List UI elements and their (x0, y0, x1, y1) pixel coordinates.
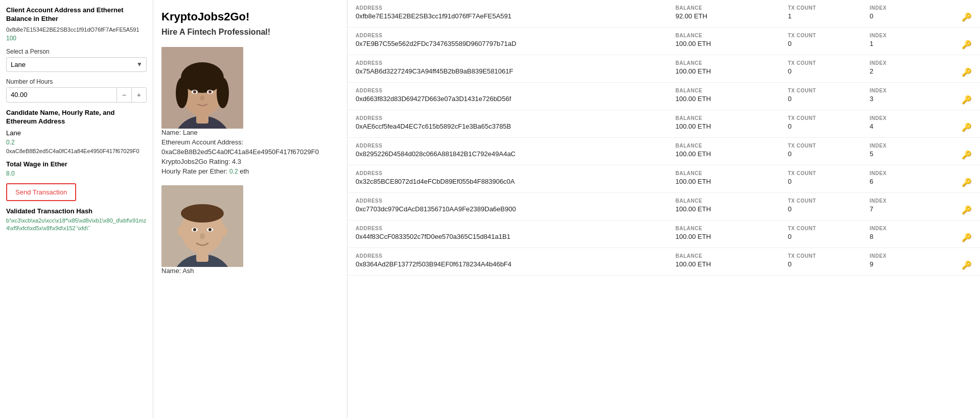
account-balance-col: BALANCE 100.00 ETH (675, 226, 788, 240)
hours-value: 40.00 (7, 88, 116, 102)
candidate-address-display: 0xaC8eB8B2ed5C4a0fC41a84Ee4950F417f67029… (6, 148, 147, 154)
account-txcount-col: TX COUNT 0 (788, 115, 870, 130)
client-address: 0xfb8e7E1534E2BE2SB3cc1f91dO76fF7AeFE5A5… (6, 27, 147, 33)
candidate-rate-display: 0.2 (6, 139, 147, 146)
account-txcount-col: TX COUNT 0 (788, 226, 870, 240)
svg-point-23 (200, 233, 205, 239)
candidate-hourly-rate-lane: Hourly Rate per Ether: 0.2 eth (161, 167, 339, 175)
account-balance-col: BALANCE 100.00 ETH (675, 33, 788, 47)
account-balance-col: BALANCE 100.00 ETH (675, 253, 788, 268)
account-index-col: INDEX 4 (870, 115, 911, 130)
candidate-name-display: Lane (6, 129, 147, 137)
account-txcount-col: TX COUNT 0 (788, 253, 870, 268)
account-row: ADDRESS 0x7E9B7C55e562d2FDc7347635589D96… (347, 28, 980, 55)
candidate-card-ash: Name: Ash (161, 185, 339, 275)
hours-decrement-button[interactable]: − (116, 88, 131, 102)
account-address-col: ADDRESS 0x8364Ad2BF13772f503B94EF0f61782… (356, 253, 675, 268)
account-row: ADDRESS 0x8295226D4584d028c066A881842B1C… (347, 138, 980, 165)
account-balance-col: BALANCE 100.00 ETH (675, 198, 788, 213)
account-index-col: INDEX 7 (870, 198, 911, 213)
select-person-dropdown[interactable]: Lane Ash Jo Sam (6, 57, 147, 72)
account-balance-col: BALANCE 92.00 ETH (675, 5, 788, 20)
svg-point-16 (181, 204, 224, 223)
svg-point-6 (217, 78, 229, 108)
hours-label: Number of Hours (6, 78, 147, 85)
account-row: ADDRESS 0x8364Ad2BF13772f503B94EF0f61782… (347, 248, 980, 276)
key-icon[interactable]: 🔑 (951, 60, 972, 77)
account-index-col: INDEX 2 (870, 60, 911, 75)
select-person-label: Select a Person (6, 48, 147, 55)
app-subtitle: Hire A Fintech Professional! (161, 28, 339, 37)
account-balance-col: BALANCE 100.00 ETH (675, 115, 788, 130)
svg-point-22 (208, 228, 212, 231)
account-balance-col: BALANCE 100.00 ETH (675, 143, 788, 158)
candidate-name-label-lane: Name: Lane (161, 129, 339, 136)
account-index-col: INDEX 9 (870, 253, 911, 268)
candidate-eth-address-lane: 0xaC8eB8B2ed5C4a0fC41a84Ee4950F417f67029… (161, 148, 339, 156)
account-row: ADDRESS 0xc7703dc979CdAcD81356710AA9Fe23… (347, 193, 980, 220)
account-balance-col: BALANCE 100.00 ETH (675, 60, 788, 75)
candidate-section-title: Candidate Name, Hourly Rate, and Ethereu… (6, 109, 147, 126)
key-icon[interactable]: 🔑 (951, 115, 972, 132)
account-index-col: INDEX 5 (870, 143, 911, 158)
svg-point-8 (193, 90, 196, 93)
svg-point-18 (220, 226, 227, 236)
account-address-col: ADDRESS 0xd663f832d83D69427D663e07a3D143… (356, 88, 675, 103)
account-txcount-col: TX COUNT 0 (788, 143, 870, 158)
tx-hash-title: Validated Transaction Hash (6, 207, 147, 215)
key-icon[interactable]: 🔑 (951, 5, 972, 22)
candidate-name-label-ash: Name: Ash (161, 267, 339, 275)
key-icon[interactable]: 🔑 (951, 226, 972, 242)
candidate-photo-lane (161, 47, 243, 129)
client-balance: 100 (6, 35, 147, 42)
key-icon[interactable]: 🔑 (951, 253, 972, 270)
account-row: ADDRESS 0x44f83CcF0833502c7fD0ee570a365C… (347, 220, 980, 248)
candidate-eth-label-lane: Ethereum Account Address: (161, 138, 339, 146)
candidate-photo-ash (161, 185, 243, 267)
hours-control: 40.00 − + (6, 87, 147, 103)
account-address-col: ADDRESS 0x32c85BCE8072d1d4eFCbD89Ef055b4… (356, 170, 675, 185)
account-index-col: INDEX 0 (870, 5, 911, 20)
account-index-col: INDEX 8 (870, 226, 911, 240)
right-panel: ADDRESS 0xfb8e7E1534E2BE2SB3cc1f91d076fF… (347, 0, 980, 418)
left-panel: Client Account Address and Ethernet Bala… (0, 0, 153, 418)
account-txcount-col: TX COUNT 0 (788, 33, 870, 47)
account-index-col: INDEX 6 (870, 170, 911, 185)
account-row: ADDRESS 0xfb8e7E1534E2BE2SB3cc1f91d076fF… (347, 0, 980, 28)
total-wage-value: 8.0 (6, 170, 147, 177)
account-address-col: ADDRESS 0xc7703dc979CdAcD81356710AA9Fe23… (356, 198, 675, 213)
key-icon[interactable]: 🔑 (951, 33, 972, 50)
account-address-col: ADDRESS 0xfb8e7E1534E2BE2SB3cc1f91d076fF… (356, 5, 675, 20)
account-row: ADDRESS 0x75AB6d3227249C3A94ff45B2bB9aB8… (347, 55, 980, 83)
svg-point-5 (176, 78, 188, 108)
hours-increment-button[interactable]: + (131, 88, 146, 102)
select-person-wrapper: Lane Ash Jo Sam ▼ (6, 57, 147, 72)
middle-panel: KryptoJobs2Go! Hire A Fintech Profession… (153, 0, 347, 418)
account-row: ADDRESS 0x32c85BCE8072d1d4eFCbD89Ef055b4… (347, 165, 980, 193)
tx-hash-value: b'\xc3\xcb\xa2u\xcc\x18*\x85\xd8v\xb1\x8… (6, 217, 147, 233)
client-info-title: Client Account Address and Ethernet Bala… (6, 6, 147, 23)
account-address-col: ADDRESS 0x75AB6d3227249C3A94ff45B2bB9aB8… (356, 60, 675, 75)
account-txcount-col: TX COUNT 0 (788, 170, 870, 185)
account-address-col: ADDRESS 0x7E9B7C55e562d2FDc7347635589D96… (356, 33, 675, 47)
key-icon[interactable]: 🔑 (951, 88, 972, 105)
account-balance-col: BALANCE 100.00 ETH (675, 170, 788, 185)
total-wage-title: Total Wage in Ether (6, 160, 147, 168)
key-icon[interactable]: 🔑 (951, 143, 972, 160)
key-icon[interactable]: 🔑 (951, 198, 972, 215)
candidate-rating-lane: KryptoJobs2Go Rating: 4.3 (161, 158, 339, 165)
svg-point-10 (208, 90, 212, 93)
account-txcount-col: TX COUNT 0 (788, 60, 870, 75)
candidate-card-lane: Name: Lane Ethereum Account Address: 0xa… (161, 47, 339, 175)
account-row: ADDRESS 0xd663f832d83D69427D663e07a3D143… (347, 83, 980, 110)
account-txcount-col: TX COUNT 0 (788, 198, 870, 213)
svg-point-17 (177, 226, 184, 236)
account-address-col: ADDRESS 0xAE6ccf5fea4D4EC7c615b5892cF1e3… (356, 115, 675, 130)
account-row: ADDRESS 0xAE6ccf5fea4D4EC7c615b5892cF1e3… (347, 110, 980, 138)
key-icon[interactable]: 🔑 (951, 170, 972, 187)
rate-value-lane: 0.2 (229, 168, 238, 175)
send-transaction-button[interactable]: Send Transaction (6, 183, 76, 201)
account-txcount-col: TX COUNT 0 (788, 88, 870, 103)
svg-point-11 (200, 95, 204, 101)
svg-point-20 (193, 228, 196, 231)
